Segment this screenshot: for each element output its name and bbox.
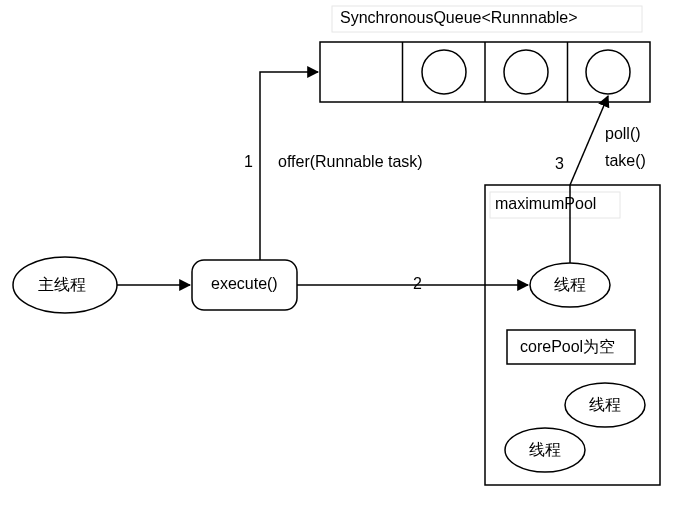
edge-1-label: offer(Runnable task) [278, 153, 423, 171]
thread-right-label: 线程 [589, 395, 621, 416]
edge-3-label-poll: poll() [605, 125, 641, 143]
edge-3-upper [570, 96, 608, 185]
edge-1-number: 1 [244, 153, 253, 171]
thread-center-label: 线程 [554, 275, 586, 296]
execute-label: execute() [211, 275, 278, 293]
edge-2-number: 2 [413, 275, 422, 293]
queue-title: SynchronousQueue<Runnnable> [340, 9, 578, 27]
queue-box [320, 42, 650, 102]
core-pool-label: corePool为空 [520, 337, 615, 358]
diagram-stage: SynchronousQueue<Runnnable> 主线程 execute(… [0, 0, 674, 519]
thread-bottom-label: 线程 [529, 440, 561, 461]
queue-item-icon [586, 50, 630, 94]
maximum-pool-label: maximumPool [495, 195, 596, 213]
maximum-pool-box [485, 185, 660, 485]
edge-3-label-take: take() [605, 152, 646, 170]
diagram-svg [0, 0, 674, 519]
main-thread-label: 主线程 [38, 275, 86, 296]
queue-item-icon [504, 50, 548, 94]
queue-item-icon [422, 50, 466, 94]
edge-3-number: 3 [555, 155, 564, 173]
